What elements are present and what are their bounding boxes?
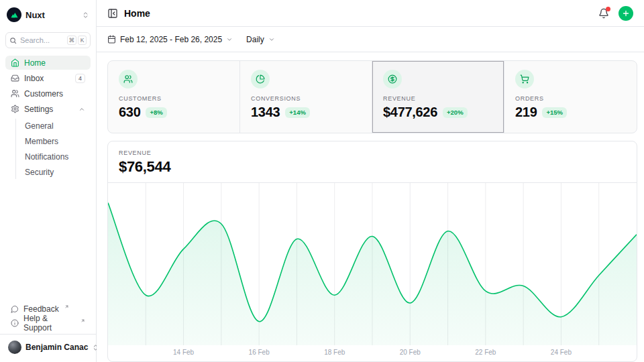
stat-delta-badge: +8% [146,107,166,118]
search-shortcut: ⌘ K [67,36,87,45]
chart-pie-icon [251,70,270,88]
chart-plot-area[interactable] [108,183,637,345]
external-link-icon [64,304,69,309]
page-title: Home [124,8,150,19]
cart-icon [515,70,534,88]
kbd-meta: ⌘ [67,36,77,45]
chevron-up-down-icon [82,11,89,19]
chart-metric-label: REVENUE [119,149,626,156]
workspace-switcher[interactable]: Nuxt [5,5,91,24]
chevron-down-icon [268,36,275,43]
sidebar-item-label: Feedback [23,304,59,314]
revenue-area-chart [108,183,637,345]
add-button[interactable] [619,6,633,21]
info-icon [11,319,19,327]
stat-value: $477,626 [383,105,437,120]
chart-metric-value: $76,544 [119,158,626,176]
stat-value: 630 [119,105,140,120]
stat-delta-badge: +14% [285,107,310,118]
stat-label: CUSTOMERS [119,95,229,102]
inbox-count-badge: 4 [75,74,85,83]
x-axis-tick-label: 22 Feb [475,349,496,356]
period-select[interactable]: Daily [246,35,275,44]
sidebar-item-general[interactable]: General [16,119,91,133]
search-input[interactable]: Search... ⌘ K [5,32,91,48]
chart-x-axis: 14 Feb16 Feb18 Feb20 Feb22 Feb24 Feb [108,345,637,361]
sidebar-item-members[interactable]: Members [16,134,91,148]
filter-toolbar: Feb 12, 2025 - Feb 26, 2025 Daily [97,27,644,52]
revenue-chart-card: REVENUE $76,544 14 Feb16 Feb18 Feb20 Feb… [107,141,637,362]
users-icon [11,89,19,98]
main-area: Home Feb 12, 2025 - Feb 26, 2025 [97,0,644,362]
sidebar-item-label: Customers [24,89,63,99]
date-range-picker[interactable]: Feb 12, 2025 - Feb 26, 2025 [107,35,233,44]
kbd-k: K [78,36,87,45]
header-actions [598,6,633,21]
x-axis-tick-label: 18 Feb [324,349,345,356]
home-icon [11,58,19,67]
avatar [8,341,21,354]
user-menu[interactable]: Benjamin Canac [5,339,91,355]
chat-bubble-icon [11,305,19,313]
x-axis-tick-label: 24 Feb [551,349,572,356]
x-axis-tick-label: 20 Feb [400,349,421,356]
settings-submenu: General Members Notifications Security [15,119,91,179]
sidebar-item-customers[interactable]: Customers [5,86,91,101]
inbox-icon [11,74,19,82]
user-name: Benjamin Canac [25,343,88,352]
search-icon [9,37,17,44]
sidebar-spacer [5,179,91,302]
sidebar-item-notifications[interactable]: Notifications [16,149,91,164]
workspace-name: Nuxt [25,10,45,20]
stat-card-conversions[interactable]: CONVERSIONS 1343 +14% [240,61,372,133]
sidebar-item-label: Help & Support [23,314,75,333]
stat-value: 1343 [251,105,280,120]
sidebar-item-label: Inbox [24,74,44,83]
period-value: Daily [246,35,264,44]
chart-header: REVENUE $76,544 [108,141,637,183]
nuxt-logo-icon [7,7,21,22]
date-range-value: Feb 12, 2025 - Feb 26, 2025 [120,35,222,44]
stat-card-revenue[interactable]: REVENUE $477,626 +20% [372,61,504,133]
plus-icon [622,9,630,17]
app-window: Nuxt Search... ⌘ K Home [0,0,644,362]
sidebar: Nuxt Search... ⌘ K Home [0,0,97,362]
sidebar-item-label: Home [24,58,46,68]
calendar-icon [107,35,116,44]
search-placeholder: Search... [20,36,50,44]
dollar-circle-icon [383,70,402,88]
dashboard-content: CUSTOMERS 630 +8% CONVERSIONS 1343 +14% [97,52,644,362]
stat-value: 219 [515,105,537,120]
sidebar-item-home[interactable]: Home [5,56,91,70]
page-header: Home [97,0,644,27]
stat-delta-badge: +15% [542,107,567,118]
gear-icon [11,105,19,113]
sidebar-item-inbox[interactable]: Inbox 4 [5,71,91,85]
stat-delta-badge: +20% [443,107,468,118]
notification-dot [606,7,610,11]
stat-label: REVENUE [383,95,493,102]
stat-label: ORDERS [515,95,626,102]
users-icon [119,70,138,88]
sidebar-item-settings[interactable]: Settings [5,102,91,116]
chevron-down-icon [226,36,233,43]
stat-label: CONVERSIONS [251,95,361,102]
sidebar-item-label: Settings [24,105,53,114]
x-axis-tick-label: 14 Feb [173,349,194,356]
stat-card-customers[interactable]: CUSTOMERS 630 +8% [108,61,240,133]
sidebar-item-help-support[interactable]: Help & Support [5,316,91,330]
notifications-button[interactable] [598,8,609,19]
sidebar-nav: Home Inbox 4 Customers Settings [5,56,91,179]
sidebar-item-security[interactable]: Security [16,165,91,179]
sidebar-user-section: Benjamin Canac [0,334,96,357]
stats-row: CUSTOMERS 630 +8% CONVERSIONS 1343 +14% [107,60,637,133]
stat-card-orders[interactable]: ORDERS 219 +15% [504,61,637,133]
chevron-up-icon [78,106,85,113]
sidebar-collapse-icon[interactable] [107,8,118,19]
x-axis-tick-label: 16 Feb [249,349,270,356]
external-link-icon [80,318,85,323]
